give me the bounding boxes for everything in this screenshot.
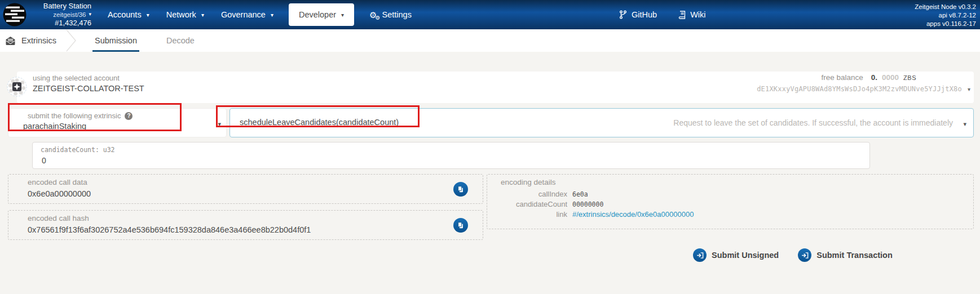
page-title: Extrinsics — [21, 36, 56, 45]
submit-actions: Submit Unsigned Submit Transaction — [693, 248, 893, 262]
nav-label: Governance — [221, 10, 266, 19]
encoded-call-hash-output: encoded call hash 0x76561f9f13f6af302675… — [8, 210, 483, 240]
submit-transaction-button[interactable]: Submit Transaction — [798, 248, 893, 262]
chevron-down-icon: ▾ — [271, 12, 273, 18]
version-info: Zeitgeist Node v0.3.2 api v8.7.2-12 apps… — [915, 3, 976, 28]
balance-unit: ZBS — [903, 74, 916, 81]
identicon-svg — [7, 77, 27, 97]
tab-label: Decode — [166, 36, 195, 45]
free-balance: free balance 0.0000 ZBS — [821, 73, 916, 82]
encoding-details-rows: callIndex 6e0a candidateCount 00000000 l… — [487, 190, 968, 219]
account-field-label: using the selected account — [33, 74, 120, 82]
detail-row-candidate-count: candidateCount 00000000 — [487, 200, 968, 208]
detail-key: candidateCount — [487, 200, 567, 208]
nav-label: Developer — [299, 10, 336, 19]
chain-selector[interactable]: Battery Station zeitgeist/36 ▾ #1,432,47… — [32, 2, 91, 28]
apps-version: apps v0.116.2-17 — [915, 20, 976, 28]
extrinsic-section-dropdown[interactable]: submit the following extrinsic ? paracha… — [8, 108, 227, 137]
extrinsic-method-dropdown[interactable]: scheduleLeaveCandidates(candidateCount) … — [229, 108, 974, 137]
settings-gears-icon: ⚙⚙ — [369, 11, 377, 19]
sign-in-icon — [798, 248, 811, 262]
detail-key: link — [487, 210, 567, 219]
detail-row-link: link #/extrinsics/decode/0x6e0a00000000 — [487, 210, 968, 219]
help-icon[interactable]: ? — [125, 112, 133, 120]
encoded-call-hash-value: 0x76561f9f13f6af3026752a4e536b694fc15932… — [28, 225, 311, 234]
chevron-down-icon: ▾ — [341, 12, 344, 18]
encoding-details-panel: encoding details callIndex 6e0a candidat… — [487, 174, 974, 229]
nav-label: Accounts — [108, 10, 142, 19]
gear-small-icon: ⚙ — [376, 15, 381, 21]
encoded-call-data-value: 0x6e0a00000000 — [28, 189, 91, 198]
detail-value: 00000000 — [572, 201, 603, 208]
chevron-down-icon: ▾ — [147, 12, 149, 18]
param-value: 0 — [42, 156, 46, 165]
method-description: Request to leave the set of candidates. … — [673, 118, 953, 127]
balance-whole: 0. — [871, 73, 877, 82]
nav-item-governance[interactable]: Governance ▾ — [213, 0, 282, 29]
node-version: Zeitgeist Node v0.3.2 — [915, 3, 976, 11]
submit-transaction-label: Submit Transaction — [816, 251, 893, 260]
runtime-name: zeitgeist/36 ▾ — [53, 11, 91, 19]
api-version: api v8.7.2-12 — [915, 11, 976, 20]
book-icon — [678, 11, 686, 19]
chain-name: Battery Station — [43, 2, 91, 11]
chevron-down-icon: ▾ — [963, 121, 966, 128]
tab-decode[interactable]: Decode — [163, 29, 198, 52]
encoded-call-hash-label: encoded call hash — [28, 214, 89, 222]
detail-value: 6e0a — [572, 190, 588, 198]
top-nav-bar: Battery Station zeitgeist/36 ▾ #1,432,47… — [0, 0, 980, 29]
extrinsic-field-label-text: submit the following extrinsic — [28, 112, 121, 120]
selected-section: parachainStaking — [23, 122, 86, 131]
chevron-down-icon: ▾ — [89, 11, 91, 17]
copy-icon — [457, 185, 465, 193]
nav-item-accounts[interactable]: Accounts ▾ — [99, 0, 158, 29]
account-address: dE1XKxxyVgAPU8WAd8YMsWsDJo4pK3M2zvMDUNve… — [757, 85, 962, 93]
param-candidate-count-input[interactable]: candidateCount: u32 0 — [32, 142, 870, 169]
extrinsic-field-label: submit the following extrinsic ? — [28, 112, 133, 120]
wiki-label: Wiki — [690, 10, 705, 19]
param-label: candidateCount: u32 — [41, 146, 115, 154]
encoded-call-data-output: encoded call data 0x6e0a00000000 — [8, 174, 483, 204]
copy-call-data-button[interactable] — [453, 182, 468, 197]
free-balance-label: free balance — [821, 73, 863, 82]
breadcrumb-divider — [63, 29, 80, 52]
copy-call-hash-button[interactable] — [453, 218, 468, 233]
extrinsics-page: Battery Station zeitgeist/36 ▾ #1,432,47… — [0, 0, 980, 294]
submit-unsigned-label: Submit Unsigned — [712, 251, 779, 260]
encoded-call-data-label: encoded call data — [28, 178, 87, 186]
nav-item-network[interactable]: Network ▾ — [158, 0, 213, 29]
runtime-label: zeitgeist/36 — [53, 11, 86, 19]
code-branch-icon — [619, 10, 627, 19]
account-address-row: dE1XKxxyVgAPU8WAd8YMsWsDJo4pK3M2zvMDUNve… — [757, 85, 970, 93]
decode-link[interactable]: #/extrinsics/decode/0x6e0a00000000 — [572, 210, 694, 219]
detail-row-call-index: callIndex 6e0a — [487, 190, 968, 198]
nav-label: Settings — [382, 10, 412, 19]
chevron-down-icon[interactable]: ▾ — [968, 86, 970, 92]
github-link[interactable]: GitHub — [619, 10, 657, 19]
nav-item-settings[interactable]: ⚙⚙ Settings — [361, 0, 420, 29]
selected-method: scheduleLeaveCandidates(candidateCount) — [240, 118, 399, 127]
copy-icon — [457, 221, 465, 229]
encoding-details-label: encoding details — [501, 178, 556, 186]
section-header: Extrinsics — [0, 36, 63, 46]
nav-item-developer[interactable]: Developer ▾ — [289, 3, 354, 26]
chevron-down-icon: ▾ — [218, 121, 221, 128]
account-identicon[interactable] — [7, 77, 27, 97]
tab-label: Submission — [95, 36, 137, 45]
tab-submission[interactable]: Submission — [91, 29, 140, 52]
wiki-link[interactable]: Wiki — [678, 10, 705, 19]
github-label: GitHub — [632, 10, 657, 19]
zeitgeist-logo-svg — [3, 3, 27, 26]
balance-decimals: 0000 — [882, 73, 899, 82]
main-nav: Accounts ▾ Network ▾ Governance ▾ Develo… — [99, 0, 420, 29]
detail-key: callIndex — [487, 190, 567, 198]
external-links: GitHub Wiki — [619, 0, 706, 29]
zeitgeist-logo-icon[interactable] — [3, 3, 27, 26]
best-block-number: #1,432,476 — [55, 19, 91, 28]
chevron-down-icon: ▾ — [201, 12, 204, 18]
submit-unsigned-button[interactable]: Submit Unsigned — [693, 248, 779, 262]
page-tab-bar: Extrinsics Submission Decode — [0, 29, 980, 52]
sign-in-icon — [693, 248, 707, 262]
nav-label: Network — [166, 10, 196, 19]
extrinsics-icon — [5, 36, 16, 46]
